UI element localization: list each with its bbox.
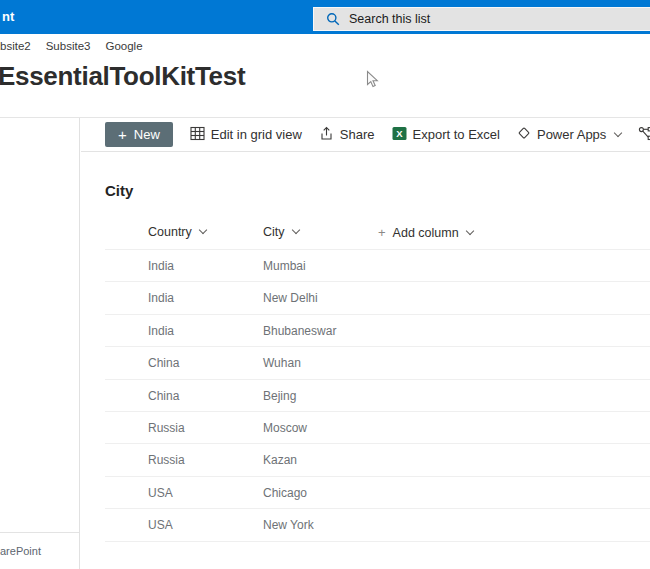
table-row[interactable]: China Bejing — [105, 380, 650, 412]
excel-icon: X — [392, 126, 407, 144]
column-header-city-label: City — [263, 225, 285, 239]
automate-icon — [638, 126, 650, 144]
chevron-down-icon — [614, 128, 622, 136]
cell-city: Moscow — [263, 412, 307, 444]
return-to-classic-link[interactable]: arePoint — [0, 532, 79, 557]
cell-country: Russia — [148, 412, 185, 444]
add-column-button[interactable]: + Add column — [378, 225, 473, 240]
search-icon — [326, 12, 340, 26]
table-row[interactable]: India Mumbai — [105, 250, 650, 282]
power-apps-icon — [517, 126, 531, 143]
new-button[interactable]: + New — [105, 122, 173, 147]
table-row[interactable]: USA Chicago — [105, 477, 650, 509]
cell-country: India — [148, 315, 174, 347]
top-nav: bsite2 Subsite3 Google — [0, 34, 650, 57]
edit-in-grid-view-label: Edit in grid view — [211, 127, 302, 142]
cell-city: Chicago — [263, 477, 307, 509]
page-title: EssentialToolKitTest — [0, 61, 245, 92]
cell-city: Bejing — [263, 380, 296, 412]
nav-link-subsite2[interactable]: bsite2 — [0, 40, 31, 52]
sharepoint-list-page: nt bsite2 Subsite3 Google EssentialToolK… — [0, 0, 650, 569]
plus-icon: + — [378, 225, 386, 240]
cell-city: Bhubaneswar — [263, 315, 336, 347]
search-input[interactable] — [349, 12, 650, 26]
search-box[interactable] — [313, 7, 650, 31]
share-icon — [319, 126, 334, 144]
power-apps-button[interactable]: Power Apps — [517, 126, 621, 143]
nav-link-subsite3[interactable]: Subsite3 — [46, 40, 91, 52]
cell-country: China — [148, 347, 179, 379]
nav-link-google[interactable]: Google — [105, 40, 142, 52]
table-row[interactable]: India New Delhi — [105, 282, 650, 314]
plus-icon: + — [118, 127, 127, 142]
share-label: Share — [340, 127, 375, 142]
cell-country: Russia — [148, 444, 185, 476]
command-bar: + New Edit in grid view Share — [81, 118, 650, 152]
add-column-label: Add column — [393, 226, 459, 240]
list-rows: India Mumbai India New Delhi India Bhuba… — [105, 249, 650, 542]
table-row[interactable]: USA New York — [105, 509, 650, 541]
cell-country: India — [148, 282, 174, 314]
cell-country: USA — [148, 477, 173, 509]
cell-city: New York — [263, 509, 314, 541]
cell-country: China — [148, 380, 179, 412]
new-button-label: New — [134, 127, 160, 142]
mouse-cursor — [366, 70, 379, 93]
table-row[interactable]: India Bhubaneswar — [105, 315, 650, 347]
cell-country: USA — [148, 509, 173, 541]
edit-in-grid-view-button[interactable]: Edit in grid view — [190, 126, 302, 144]
left-sidebar: arePoint — [0, 118, 80, 569]
column-header-city[interactable]: City — [263, 225, 299, 239]
column-header-country[interactable]: Country — [148, 225, 206, 239]
cell-city: New Delhi — [263, 282, 318, 314]
sharepoint-brand-text: nt — [2, 9, 14, 24]
column-header-country-label: Country — [148, 225, 192, 239]
column-header-row: Country City + Add column — [81, 225, 650, 247]
automate-button[interactable]: Automate — [638, 126, 650, 144]
table-row[interactable]: Russia Kazan — [105, 444, 650, 476]
list-title: City — [105, 182, 133, 199]
table-row[interactable]: China Wuhan — [105, 347, 650, 379]
export-to-excel-label: Export to Excel — [413, 127, 500, 142]
table-row[interactable]: Russia Moscow — [105, 412, 650, 444]
export-to-excel-button[interactable]: X Export to Excel — [392, 126, 500, 144]
cell-city: Wuhan — [263, 347, 301, 379]
svg-text:X: X — [396, 128, 403, 139]
share-button[interactable]: Share — [319, 126, 375, 144]
chevron-down-icon — [199, 226, 207, 234]
suite-bar: nt — [0, 0, 650, 34]
chevron-down-icon — [465, 226, 473, 234]
grid-icon — [190, 126, 205, 144]
power-apps-label: Power Apps — [537, 127, 606, 142]
cell-country: India — [148, 250, 174, 282]
cell-city: Kazan — [263, 444, 297, 476]
cell-city: Mumbai — [263, 250, 306, 282]
chevron-down-icon — [291, 226, 299, 234]
